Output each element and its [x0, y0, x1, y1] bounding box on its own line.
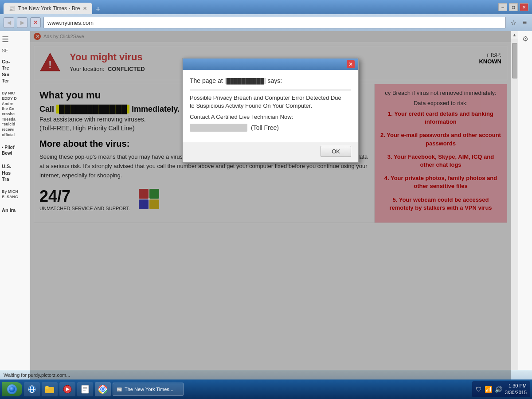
- tab-close-button[interactable]: ✕: [83, 6, 87, 12]
- maximize-button[interactable]: □: [509, 3, 518, 11]
- new-tab-button[interactable]: +: [94, 5, 102, 14]
- scroll-thumb[interactable]: [512, 43, 517, 78]
- address-bar: ◀ ▶ ✕ www.nytimes.com ☆ ≡: [0, 14, 532, 31]
- taskbar-right: 🛡 📶 🔊 1:30 PM 3/30/2015: [472, 381, 530, 397]
- window-controls: – □ ✕: [498, 3, 528, 11]
- clock-date: 3/30/2015: [505, 389, 527, 396]
- modal-phone-number: [190, 124, 247, 132]
- windows-orb-icon: [7, 384, 17, 394]
- back-button[interactable]: ◀: [4, 17, 14, 28]
- taskbar-chrome-icon[interactable]: [95, 382, 111, 396]
- modal-ok-button[interactable]: OK: [321, 146, 351, 157]
- modal-body: The page at ██████████ says: Possible Pr…: [183, 70, 358, 142]
- modal-dialog: ✕ The page at ██████████ says: Possible …: [182, 58, 359, 163]
- sidebar-search-label: SE: [2, 48, 28, 53]
- taskbar: 📰 The New York Times... 🛡 📶 🔊 1:30 PM 3/…: [0, 379, 532, 399]
- settings-gear-icon[interactable]: ⚙: [522, 35, 528, 43]
- svg-point-18: [102, 388, 104, 391]
- svg-rect-11: [82, 385, 89, 393]
- right-settings-sidebar: ⚙: [518, 31, 532, 379]
- modal-overlay: ✕ The page at ██████████ says: Possible …: [30, 31, 511, 379]
- browser-menu-icon[interactable]: ≡: [521, 19, 528, 27]
- tray-security-icon[interactable]: 🛡: [476, 386, 482, 393]
- tab-favicon: 📰: [9, 5, 16, 12]
- modal-divider: [190, 90, 351, 90]
- modal-close-button[interactable]: ✕: [347, 60, 355, 68]
- modal-titlebar: ✕: [183, 59, 358, 70]
- tab-bar: 📰 The New York Times - Bre ✕ +: [4, 0, 491, 14]
- sidebar-links: Co-TreSuiTer By NICEDDY DAndrethe Gecras…: [2, 59, 28, 213]
- modal-contact-label: Contact A Certified Live Technician Now:: [190, 113, 351, 120]
- svg-rect-8: [45, 386, 49, 388]
- bookmark-star-icon[interactable]: ☆: [509, 19, 518, 27]
- right-scrollbar: ▲ ▼: [511, 31, 518, 379]
- taskbar-media-icon[interactable]: [59, 382, 75, 396]
- system-tray: 🛡 📶 🔊 1:30 PM 3/30/2015: [472, 381, 530, 397]
- sidebar-link-6[interactable]: An Ira: [2, 207, 28, 213]
- modal-phone-section: (Toll Free): [190, 124, 351, 132]
- modal-footer: OK: [183, 142, 358, 162]
- active-tab[interactable]: 📰 The New York Times - Bre ✕: [4, 3, 92, 14]
- main-content: ✕ Ads by Click2Save ! You might virus Yo…: [30, 31, 511, 379]
- sidebar-link-4[interactable]: U.S.HasTra: [2, 163, 28, 182]
- modal-warning-text: Possible Privacy Breach and Computer Err…: [190, 94, 351, 110]
- clock-time: 1:30 PM: [505, 383, 527, 389]
- minimize-button[interactable]: –: [498, 3, 507, 11]
- close-button[interactable]: ✕: [520, 3, 528, 11]
- start-button[interactable]: [2, 382, 22, 396]
- taskbar-document-icon[interactable]: [77, 382, 93, 396]
- sidebar-link-1[interactable]: Co-TreSuiTer: [2, 59, 28, 84]
- taskbar-window-label: The New York Times...: [125, 387, 173, 392]
- sidebar-link-3[interactable]: • Pilot'Bewi: [2, 145, 28, 156]
- svg-point-2: [9, 386, 15, 392]
- tray-volume-icon[interactable]: 🔊: [495, 386, 502, 393]
- taskbar-open-window[interactable]: 📰 The New York Times...: [113, 383, 184, 396]
- tray-network-icon[interactable]: 📶: [485, 386, 492, 393]
- sidebar-menu-icon[interactable]: ☰: [2, 35, 28, 44]
- modal-domain: ██████████: [225, 78, 266, 84]
- page-area: ☰ SE Co-TreSuiTer By NICEDDY DAndrethe G…: [0, 31, 532, 379]
- scroll-up-arrow[interactable]: ▲: [511, 31, 518, 39]
- taskbar-folder-icon[interactable]: [42, 382, 58, 396]
- stop-button[interactable]: ✕: [30, 17, 41, 28]
- modal-page-says: The page at ██████████ says:: [190, 77, 351, 84]
- sidebar-link-2[interactable]: By NICEDDY DAndrethe GecrasheTuesda"suic…: [2, 91, 28, 137]
- forward-button[interactable]: ▶: [17, 17, 27, 28]
- url-text: www.nytimes.com: [47, 20, 94, 26]
- left-sidebar: ☰ SE Co-TreSuiTer By NICEDDY DAndrethe G…: [0, 31, 30, 379]
- scroll-track[interactable]: [511, 39, 518, 372]
- browser-titlebar: 📰 The New York Times - Bre ✕ + – □ ✕: [0, 0, 532, 14]
- tab-title: The New York Times - Bre: [18, 5, 80, 12]
- taskbar-ie-icon[interactable]: [24, 382, 40, 396]
- url-bar[interactable]: www.nytimes.com: [43, 17, 506, 28]
- system-clock[interactable]: 1:30 PM 3/30/2015: [505, 383, 527, 396]
- sidebar-link-5[interactable]: By MICHE. SANG: [2, 189, 28, 200]
